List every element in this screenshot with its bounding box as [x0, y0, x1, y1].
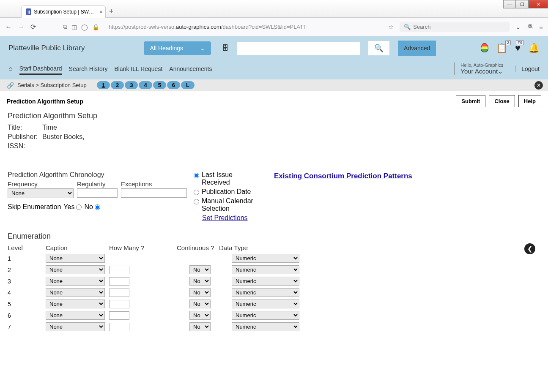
- enum-caption-select[interactable]: None: [46, 299, 105, 308]
- close-panel-button[interactable]: ✕: [534, 81, 543, 90]
- enum-howmany-input[interactable]: [109, 323, 129, 331]
- page-pill-6[interactable]: 6: [167, 81, 180, 89]
- window-close-button[interactable]: ✕: [529, 0, 548, 8]
- favorites-icon[interactable]: ♥F9: [515, 43, 521, 54]
- page-pill-3[interactable]: 3: [125, 81, 138, 89]
- skip-no-radio[interactable]: [95, 204, 100, 210]
- col-caption: Caption: [46, 244, 109, 251]
- enum-datatype-select[interactable]: Numeric: [232, 311, 299, 320]
- regularity-input[interactable]: [77, 188, 118, 198]
- exceptions-input[interactable]: [121, 188, 187, 198]
- enum-caption-select[interactable]: None: [46, 265, 105, 274]
- container-icon[interactable]: ◫: [71, 24, 77, 30]
- search-icon: 🔍: [404, 24, 411, 30]
- publication-date-radio[interactable]: [194, 190, 199, 195]
- nav-announcements[interactable]: Announcements: [169, 64, 212, 74]
- search-submit-button[interactable]: 🔍: [368, 41, 389, 55]
- exceptions-label: Exceptions: [121, 180, 187, 188]
- enum-continuous-select[interactable]: No: [189, 322, 211, 331]
- publisher-value: Buster Books,: [42, 133, 85, 141]
- side-panel-toggle[interactable]: ❮: [524, 243, 535, 254]
- new-tab-button[interactable]: +: [109, 7, 114, 16]
- algorithm-chronology-label: Prediction Algorithm Chronology: [8, 171, 189, 179]
- enum-level: 1: [8, 255, 46, 262]
- enum-datatype-select[interactable]: Numeric: [232, 254, 299, 263]
- secondary-nav: ⌂ Staff Dashboard Search History Blank I…: [0, 60, 548, 79]
- nav-blank-ill-request[interactable]: Blank ILL Request: [114, 64, 162, 74]
- set-predictions-link[interactable]: Set Predictions: [202, 214, 261, 222]
- window-minimize-button[interactable]: —: [503, 0, 516, 8]
- frequency-select[interactable]: None: [8, 188, 74, 198]
- enum-row: 3NoneNoNumeric: [8, 277, 548, 286]
- manual-calendar-radio[interactable]: [194, 199, 199, 204]
- page-pill-last[interactable]: L: [181, 81, 195, 89]
- existing-patterns-link[interactable]: Existing Consortium Prediction Patterns: [274, 172, 412, 180]
- address-bar[interactable]: https://postprod-swls-verso.auto-graphic…: [105, 24, 382, 30]
- last-issue-radio[interactable]: [194, 173, 199, 178]
- tab-close-icon[interactable]: ×: [99, 8, 103, 15]
- page-pill-4[interactable]: 4: [139, 81, 152, 89]
- browser-search-box[interactable]: 🔍: [400, 22, 510, 32]
- submit-button[interactable]: Submit: [456, 95, 485, 107]
- enum-caption-select[interactable]: None: [46, 277, 105, 286]
- page-pill-5[interactable]: 5: [153, 81, 166, 89]
- headings-dropdown[interactable]: All Headings ⌄: [144, 41, 211, 55]
- browser-tab[interactable]: ⁞⁞ Subscription Setup | SWLS | plat ×: [21, 5, 106, 18]
- nav-staff-dashboard[interactable]: Staff Dashboard: [19, 63, 62, 75]
- enum-datatype-select[interactable]: Numeric: [232, 322, 299, 331]
- browser-search-input[interactable]: [413, 24, 505, 30]
- logout-link[interactable]: Logout: [515, 65, 540, 72]
- page-pill-1[interactable]: 1: [97, 81, 110, 89]
- skip-yes-radio[interactable]: [76, 204, 82, 210]
- publication-date-label: Publication Date: [202, 188, 251, 196]
- enum-datatype-select[interactable]: Numeric: [232, 299, 299, 308]
- nav-search-history[interactable]: Search History: [69, 64, 108, 74]
- list-icon[interactable]: 📋2: [496, 43, 507, 54]
- browser-toolbar: ← → ⟳ ⧉ ◫ ◯ 🔒 https://postprod-swls-vers…: [0, 18, 548, 36]
- print-icon[interactable]: 🖶: [527, 23, 533, 30]
- enum-continuous-select[interactable]: No: [189, 277, 211, 286]
- hamburger-menu-icon[interactable]: ≡: [539, 23, 543, 30]
- browser-tab-bar: ⁞⁞ Subscription Setup | SWLS | plat × +: [21, 5, 114, 18]
- database-icon[interactable]: 🗄: [222, 44, 229, 52]
- account-dropdown[interactable]: Your Account⌄: [460, 68, 503, 75]
- link-icon: 🔗: [7, 82, 14, 89]
- enum-caption-select[interactable]: None: [46, 254, 105, 263]
- breadcrumb[interactable]: Serials > Subscription Setup: [17, 82, 87, 88]
- bookmark-star-icon[interactable]: ☆: [388, 23, 394, 31]
- page-pill-2[interactable]: 2: [111, 81, 124, 89]
- bell-icon[interactable]: 🔔: [528, 43, 540, 54]
- enum-caption-select[interactable]: None: [46, 288, 105, 297]
- enum-continuous-select[interactable]: No: [189, 299, 211, 308]
- reload-button[interactable]: ⟳: [30, 23, 36, 31]
- main-search-input[interactable]: [237, 42, 360, 55]
- forward-button[interactable]: →: [18, 23, 25, 31]
- enum-datatype-select[interactable]: Numeric: [232, 265, 299, 274]
- enum-row: 1NoneNumeric: [8, 254, 548, 263]
- window-maximize-button[interactable]: ☐: [516, 0, 529, 8]
- url-path: /dashboard?cid=SWLS&lid=PLATT: [221, 24, 307, 30]
- enum-continuous-select[interactable]: No: [189, 311, 211, 320]
- enum-howmany-input[interactable]: [109, 300, 129, 308]
- enum-caption-select[interactable]: None: [46, 322, 105, 331]
- enum-howmany-input[interactable]: [109, 266, 129, 274]
- enum-howmany-input[interactable]: [109, 289, 129, 297]
- advanced-search-button[interactable]: Advanced: [398, 41, 436, 56]
- back-button[interactable]: ←: [5, 23, 12, 31]
- headings-label: All Headings: [150, 45, 183, 52]
- enum-datatype-select[interactable]: Numeric: [232, 288, 299, 297]
- shield-icon[interactable]: ◯: [81, 24, 88, 30]
- enum-caption-select[interactable]: None: [46, 311, 105, 320]
- close-button[interactable]: Close: [489, 95, 515, 107]
- enum-datatype-select[interactable]: Numeric: [232, 277, 299, 286]
- enum-howmany-input[interactable]: [109, 277, 129, 286]
- enum-continuous-select[interactable]: No: [189, 265, 211, 274]
- enum-howmany-input[interactable]: [109, 311, 129, 320]
- home-icon[interactable]: ⌂: [8, 65, 13, 73]
- enum-continuous-select[interactable]: No: [189, 288, 211, 297]
- tab-favicon: ⁞⁞: [26, 8, 31, 15]
- help-button[interactable]: Help: [518, 95, 541, 107]
- balloon-icon[interactable]: [481, 43, 488, 53]
- pocket-icon[interactable]: ⌄: [515, 23, 521, 31]
- extension-icon[interactable]: ⧉: [63, 23, 67, 30]
